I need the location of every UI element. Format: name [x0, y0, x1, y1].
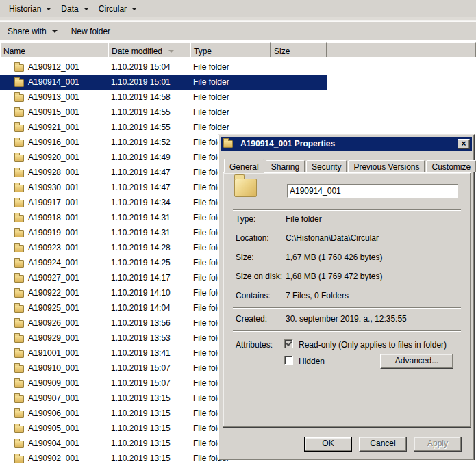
file-row[interactable]: A190921_001 1.10.2019 14:55 File folder: [0, 120, 327, 135]
folder-icon: [14, 170, 24, 177]
column-headers: Name Date modified Type Size: [0, 42, 476, 57]
folder-icon: [14, 260, 24, 268]
file-name-cell: A190916_001: [0, 138, 108, 147]
file-name: A190918_001: [28, 213, 79, 222]
tab[interactable]: Previous Versions: [348, 160, 425, 172]
new-folder-button[interactable]: New folder: [71, 24, 120, 39]
folder-icon: [14, 395, 24, 403]
file-type: File folder: [190, 107, 271, 117]
column-header-date-modified[interactable]: Date modified: [108, 42, 190, 57]
file-name-cell: A190912_001: [0, 62, 108, 72]
file-date-modified: 1.10.2019 14:55: [108, 122, 190, 132]
file-name-cell: A190918_001: [0, 213, 108, 222]
dialog-titlebar[interactable]: A190914_001 Properties ×: [221, 137, 472, 151]
breadcrumb-item-label: Historian: [9, 4, 41, 14]
file-name: A190902_001: [28, 454, 79, 463]
file-date-modified: 1.10.2019 15:07: [108, 378, 190, 388]
file-date-modified: 1.10.2019 13:53: [108, 333, 190, 343]
hidden-checkbox[interactable]: [284, 356, 293, 365]
tab[interactable]: General: [224, 159, 264, 173]
file-name-cell: A190902_001: [0, 454, 108, 463]
folder-icon: [14, 125, 24, 132]
close-button[interactable]: ×: [458, 139, 470, 149]
share-with-label: Share with: [8, 27, 47, 36]
file-name: A190924_001: [28, 258, 79, 268]
breadcrumb-toolbar-divider: [0, 17, 476, 21]
breadcrumb-item[interactable]: Historian: [8, 3, 53, 15]
file-row[interactable]: A190913_001 1.10.2019 14:58 File folder: [0, 90, 327, 105]
file-name-cell: A190909_001: [0, 378, 108, 388]
file-date-modified: 1.10.2019 13:15: [108, 408, 190, 418]
file-date-modified: 1.10.2019 15:01: [108, 77, 190, 87]
file-name: A190928_001: [28, 168, 79, 177]
file-date-modified: 1.10.2019 15:07: [108, 363, 190, 373]
folder-icon: [14, 350, 24, 358]
separator: [233, 307, 461, 309]
folder-icon: [14, 320, 24, 328]
share-with-button[interactable]: Share with: [8, 24, 62, 39]
tab-label: Customize: [431, 162, 471, 172]
column-header-size[interactable]: Size: [271, 42, 327, 57]
advanced-button[interactable]: Advanced...: [380, 354, 453, 369]
column-header-name[interactable]: Name: [0, 42, 108, 57]
tab[interactable]: Security: [306, 160, 347, 172]
file-name-cell: A190915_001: [0, 107, 108, 117]
tab[interactable]: Sharing: [266, 160, 305, 172]
command-toolbar: Share with New folder: [0, 21, 476, 40]
file-date-modified: 1.10.2019 13:56: [108, 318, 190, 328]
folder-icon: [14, 245, 24, 252]
new-folder-label: New folder: [71, 27, 110, 36]
file-name: A190914_001: [28, 77, 79, 87]
folder-icon: [14, 185, 24, 192]
file-row[interactable]: A190912_001 1.10.2019 15:04 File folder: [0, 60, 327, 75]
cancel-button[interactable]: Cancel: [359, 437, 407, 452]
folder-icon: [14, 411, 24, 418]
created-row: Created: 30. september 2019. a., 12:35:5…: [236, 314, 462, 324]
file-name-cell: A190921_001: [0, 122, 108, 132]
folder-icon: [14, 230, 24, 237]
folder-icon: [14, 456, 24, 463]
read-only-label: Read-only (Only applies to files in fold…: [299, 340, 447, 350]
file-name: A190921_001: [28, 122, 79, 132]
hidden-label: Hidden: [299, 356, 325, 366]
file-date-modified: 1.10.2019 14:17: [108, 273, 190, 283]
file-date-modified: 1.10.2019 13:15: [108, 454, 190, 463]
tab-label: Previous Versions: [353, 162, 419, 172]
file-type: File folder: [190, 92, 271, 102]
chevron-down-icon[interactable]: [46, 8, 51, 10]
file-date-modified: 1.10.2019 14:31: [108, 228, 190, 237]
apply-button: Apply: [414, 437, 462, 452]
file-date-modified: 1.10.2019 14:04: [108, 303, 190, 313]
chevron-down-icon[interactable]: [131, 8, 137, 10]
column-header-type[interactable]: Type: [190, 42, 271, 57]
file-name: A190904_001: [28, 439, 79, 448]
close-icon: ×: [461, 140, 466, 148]
file-name-cell: A190906_001: [0, 408, 108, 418]
folder-icon: [14, 215, 24, 222]
read-only-checkbox[interactable]: [284, 339, 293, 348]
file-date-modified: 1.10.2019 14:52: [108, 138, 190, 147]
ok-button[interactable]: OK: [304, 437, 352, 452]
field-label: Type:: [236, 214, 286, 224]
folder-name-input[interactable]: [287, 184, 458, 198]
file-name: A190905_001: [28, 424, 79, 433]
file-name-cell: A190914_001: [0, 77, 108, 87]
tab[interactable]: Customize: [426, 160, 476, 172]
file-date-modified: 1.10.2019 14:47: [108, 168, 190, 177]
chevron-down-icon[interactable]: [84, 8, 89, 10]
folder-icon: [14, 380, 24, 388]
folder-icon: [14, 441, 24, 448]
file-row[interactable]: A190915_001 1.10.2019 14:55 File folder: [0, 105, 327, 120]
file-date-modified: 1.10.2019 14:49: [108, 153, 190, 162]
breadcrumb-item[interactable]: Circular: [97, 3, 138, 15]
file-name: A190915_001: [28, 107, 79, 117]
file-date-modified: 1.10.2019 13:15: [108, 393, 190, 403]
file-name-cell: A190926_001: [0, 318, 108, 328]
file-name-cell: A190928_001: [0, 168, 108, 177]
file-date-modified: 1.10.2019 15:04: [108, 62, 190, 72]
file-name-cell: A190930_001: [0, 183, 108, 192]
breadcrumb-item-label: Data: [61, 4, 78, 14]
created-value: 30. september 2019. a., 12:35:55: [286, 314, 462, 324]
file-row[interactable]: A190914_001 1.10.2019 15:01 File folder: [0, 75, 327, 90]
breadcrumb-item[interactable]: Data: [60, 3, 90, 15]
